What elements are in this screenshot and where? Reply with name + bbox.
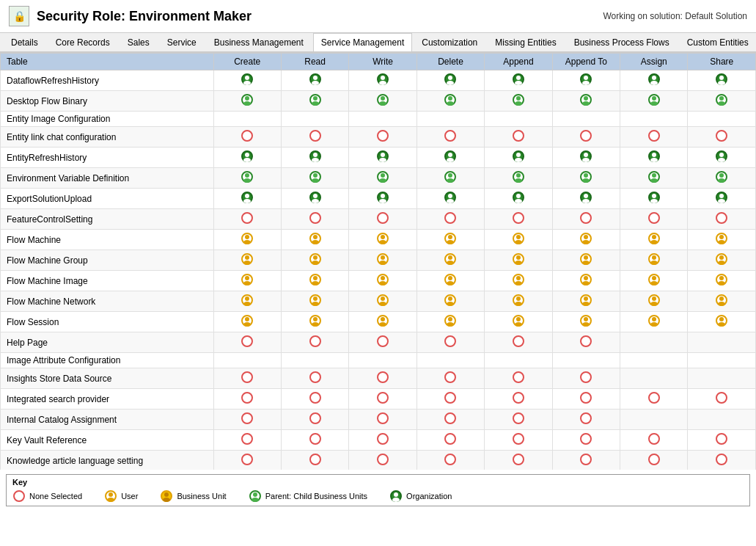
- none-icon[interactable]: [512, 335, 525, 348]
- cell-appendTo[interactable]: [552, 312, 620, 332]
- parent-icon[interactable]: [241, 93, 254, 106]
- cell-write[interactable]: [349, 168, 416, 189]
- user-icon[interactable]: [715, 314, 728, 327]
- org-icon[interactable]: [376, 150, 389, 163]
- cell-append[interactable]: [485, 250, 552, 271]
- org-icon[interactable]: [512, 191, 525, 204]
- user-icon[interactable]: [579, 232, 592, 245]
- cell-assign[interactable]: [620, 368, 688, 389]
- none-icon[interactable]: [512, 211, 525, 225]
- parent-icon[interactable]: [715, 93, 728, 106]
- none-icon[interactable]: [512, 412, 525, 425]
- cell-share[interactable]: [688, 112, 756, 127]
- cell-assign[interactable]: [620, 451, 688, 470]
- cell-share[interactable]: [688, 127, 756, 148]
- cell-append[interactable]: [485, 368, 552, 389]
- parent-icon[interactable]: [512, 93, 525, 106]
- table-row[interactable]: FeatureControlSetting: [1, 209, 756, 230]
- none-icon[interactable]: [444, 335, 457, 348]
- cell-read[interactable]: [281, 451, 348, 470]
- cell-read[interactable]: [281, 430, 348, 451]
- cell-delete[interactable]: [416, 189, 484, 209]
- cell-create[interactable]: [213, 312, 281, 332]
- user-icon[interactable]: [512, 232, 525, 245]
- cell-delete[interactable]: [416, 332, 484, 353]
- table-container[interactable]: Table Create Read Write Delete Append Ap…: [0, 53, 756, 470]
- none-icon[interactable]: [579, 412, 592, 425]
- cell-create[interactable]: [213, 291, 281, 312]
- none-icon[interactable]: [309, 335, 322, 348]
- cell-create[interactable]: [213, 230, 281, 250]
- user-icon[interactable]: [309, 252, 322, 266]
- none-icon[interactable]: [376, 412, 389, 425]
- cell-assign[interactable]: [620, 271, 688, 291]
- none-icon[interactable]: [715, 211, 728, 225]
- cell-append[interactable]: [485, 312, 552, 332]
- cell-write[interactable]: [349, 189, 416, 209]
- tab-missing-entities[interactable]: Missing Entities: [487, 33, 564, 51]
- table-row[interactable]: Flow Machine: [1, 230, 756, 250]
- cell-appendTo[interactable]: [552, 91, 620, 112]
- tab-details[interactable]: Details: [3, 33, 46, 51]
- cell-read[interactable]: [281, 353, 348, 368]
- table-row[interactable]: Image Attribute Configuration: [1, 353, 756, 368]
- user-icon[interactable]: [579, 252, 592, 266]
- user-icon[interactable]: [309, 273, 322, 286]
- cell-write[interactable]: [349, 368, 416, 389]
- table-row[interactable]: Integrated search provider: [1, 389, 756, 410]
- cell-read[interactable]: [281, 189, 348, 209]
- table-row[interactable]: Environment Variable Definition: [1, 168, 756, 189]
- cell-share[interactable]: [688, 451, 756, 470]
- cell-delete[interactable]: [416, 112, 484, 127]
- cell-read[interactable]: [281, 148, 348, 168]
- cell-appendTo[interactable]: [552, 332, 620, 353]
- cell-assign[interactable]: [620, 230, 688, 250]
- org-icon[interactable]: [309, 73, 322, 86]
- none-icon[interactable]: [444, 412, 457, 425]
- parent-icon[interactable]: [647, 93, 661, 106]
- user-icon[interactable]: [647, 232, 661, 245]
- cell-assign[interactable]: [620, 148, 688, 168]
- user-icon[interactable]: [241, 273, 254, 286]
- none-icon[interactable]: [579, 211, 592, 225]
- cell-create[interactable]: [213, 168, 281, 189]
- org-icon[interactable]: [444, 150, 457, 163]
- parent-icon[interactable]: [715, 170, 728, 183]
- none-icon[interactable]: [309, 391, 322, 404]
- none-icon[interactable]: [715, 432, 728, 445]
- cell-share[interactable]: [688, 353, 756, 368]
- cell-delete[interactable]: [416, 127, 484, 148]
- cell-delete[interactable]: [416, 389, 484, 410]
- cell-write[interactable]: [349, 389, 416, 410]
- parent-icon[interactable]: [512, 170, 525, 183]
- cell-write[interactable]: [349, 271, 416, 291]
- none-icon[interactable]: [309, 432, 322, 445]
- user-icon[interactable]: [241, 314, 254, 327]
- user-icon[interactable]: [376, 232, 389, 245]
- user-icon[interactable]: [444, 232, 457, 245]
- table-row[interactable]: Insights Store Data Source: [1, 368, 756, 389]
- parent-icon[interactable]: [579, 93, 592, 106]
- cell-write[interactable]: [349, 332, 416, 353]
- cell-share[interactable]: [688, 430, 756, 451]
- cell-read[interactable]: [281, 91, 348, 112]
- cell-assign[interactable]: [620, 112, 688, 127]
- org-icon[interactable]: [715, 150, 728, 163]
- org-icon[interactable]: [715, 191, 728, 204]
- user-icon[interactable]: [376, 252, 389, 266]
- table-row[interactable]: Flow Machine Network: [1, 291, 756, 312]
- cell-appendTo[interactable]: [552, 230, 620, 250]
- table-row[interactable]: Internal Catalog Assignment: [1, 410, 756, 430]
- cell-create[interactable]: [213, 209, 281, 230]
- org-icon[interactable]: [579, 150, 592, 163]
- org-icon[interactable]: [579, 73, 592, 86]
- user-icon[interactable]: [715, 252, 728, 266]
- table-row[interactable]: Flow Machine Image: [1, 271, 756, 291]
- none-icon[interactable]: [715, 129, 728, 142]
- cell-write[interactable]: [349, 70, 416, 91]
- cell-append[interactable]: [485, 189, 552, 209]
- user-icon[interactable]: [647, 252, 661, 266]
- org-icon[interactable]: [241, 191, 254, 204]
- cell-append[interactable]: [485, 332, 552, 353]
- none-icon[interactable]: [579, 371, 592, 384]
